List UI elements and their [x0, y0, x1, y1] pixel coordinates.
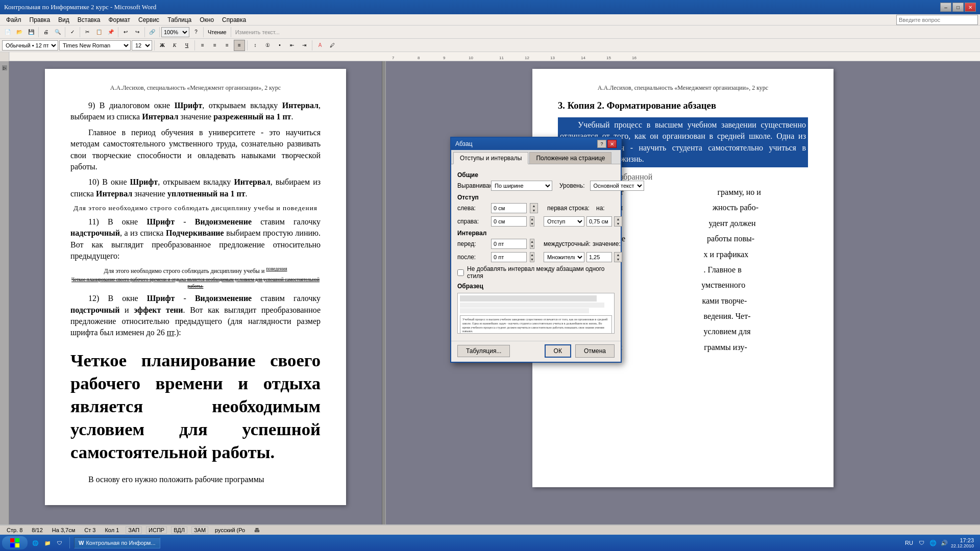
menu-window[interactable]: Окно — [195, 15, 218, 24]
open-button[interactable]: 📂 — [14, 27, 25, 38]
font-size-select[interactable]: 12 — [132, 40, 152, 51]
pane-splitter[interactable] — [382, 61, 386, 524]
spinner-down-sp[interactable]: ▼ — [615, 257, 622, 262]
font-select[interactable]: Times New Roman — [59, 40, 131, 51]
status-vdl: ВДЛ — [171, 527, 187, 534]
align-center-button[interactable]: ≡ — [209, 40, 220, 51]
dialog-tab-indent[interactable]: Отступы и интервалы — [453, 152, 528, 164]
indent-inc-button[interactable]: ⇥ — [299, 40, 310, 51]
indent-right-input[interactable] — [491, 216, 527, 227]
spacing-select[interactable]: Множитель Одинарный Полуторный Двойной — [544, 252, 584, 262]
title-text: Контрольная по Информатике 2 курс - Micr… — [4, 3, 156, 11]
svg-text:9: 9 — [443, 56, 446, 60]
zoom-help-button[interactable]: ? — [190, 27, 202, 38]
spinner-up-after[interactable]: ▲ — [530, 253, 534, 257]
folder-quick-launch[interactable]: 📁 — [42, 537, 53, 548]
start-button[interactable] — [2, 536, 28, 549]
first-line-spinner[interactable]: ▲ ▼ — [614, 216, 622, 227]
indent-dec-button[interactable]: ⇤ — [286, 40, 298, 51]
dialog-tab-position[interactable]: Положение на странице — [529, 152, 611, 164]
dialog-help-button[interactable]: ? — [597, 140, 606, 148]
ok-button[interactable]: ОК — [545, 344, 571, 358]
underline-button[interactable]: Ч — [181, 40, 192, 51]
toolbar-separator-8 — [231, 27, 231, 37]
paste-button[interactable]: 📌 — [105, 27, 116, 38]
change-text-button[interactable]: Изменить текст... — [233, 27, 282, 38]
minimize-button[interactable]: – — [940, 3, 951, 12]
save-button[interactable]: 💾 — [26, 27, 37, 38]
hyperlink-button[interactable]: 🔗 — [146, 27, 158, 38]
print-preview-button[interactable]: 🔍 — [52, 27, 63, 38]
print-button[interactable]: 🖨 — [40, 27, 52, 38]
spellcheck-button[interactable]: ✓ — [67, 27, 78, 38]
after-input[interactable] — [491, 252, 527, 262]
spinner-up-right[interactable]: ▲ — [530, 217, 534, 221]
first-line-select[interactable]: Отступ Выступ (нет) — [544, 216, 584, 227]
before-input[interactable] — [491, 239, 527, 249]
copy-button[interactable]: 📋 — [93, 27, 105, 38]
before-spinner[interactable]: ▲ ▼ — [530, 239, 534, 249]
undo-button[interactable]: ↩ — [120, 27, 131, 38]
ie-quick-launch[interactable]: 🌐 — [30, 537, 41, 548]
numbering-button[interactable]: ① — [262, 40, 273, 51]
word-taskbar-button[interactable]: W Контрольная по Информ... — [74, 537, 160, 548]
align-right-button[interactable]: ≡ — [222, 40, 233, 51]
redo-button[interactable]: ↪ — [132, 27, 143, 38]
alignment-select[interactable]: По ширине По левому краю По правому краю… — [491, 181, 552, 191]
spinner-down-after[interactable]: ▼ — [530, 257, 534, 262]
spinner-up-sp[interactable]: ▲ — [615, 253, 622, 257]
indent-right-spinner[interactable]: ▲ ▼ — [530, 216, 534, 227]
align-left-button[interactable]: ≡ — [197, 40, 208, 51]
italic-button[interactable]: К — [169, 40, 180, 51]
after-spinner[interactable]: ▲ ▼ — [530, 252, 534, 262]
cancel-button[interactable]: Отмена — [575, 344, 615, 358]
zoom-select[interactable]: 100% — [161, 27, 189, 37]
ruler-corner — [0, 52, 9, 61]
abzac-dialog[interactable]: Абзац ? ✕ Отступы и интервалы Положение … — [450, 137, 622, 363]
close-button[interactable]: ✕ — [965, 3, 976, 12]
spinner-down-before[interactable]: ▼ — [530, 244, 534, 248]
first-line-value-input[interactable] — [586, 216, 612, 227]
maximize-button[interactable]: □ — [952, 3, 964, 12]
align-justify-button[interactable]: ≡ — [234, 40, 245, 51]
style-select[interactable]: Обычный • 12 пт, — [2, 40, 58, 51]
dialog-close-button[interactable]: ✕ — [607, 140, 617, 148]
line-spacing-button[interactable]: ↕ — [250, 40, 261, 51]
para-italic: Для этого необходимо строго соблюдать ди… — [70, 204, 321, 213]
menu-help[interactable]: Справка — [218, 15, 250, 24]
cut-button[interactable]: ✂ — [82, 27, 93, 38]
spinner-up[interactable]: ▲ — [530, 204, 537, 208]
color-button[interactable]: A — [314, 40, 326, 51]
svg-text:13: 13 — [550, 56, 555, 60]
spinner-up-fl[interactable]: ▲ — [615, 217, 622, 221]
spacing-spinner[interactable]: ▲ ▼ — [614, 252, 622, 262]
right-page-title: 3. Копия 2. Форматирование абзацев — [558, 100, 808, 111]
left-page-header: А.А.Лесихов, специальность «Менеджмент о… — [70, 84, 321, 92]
menu-table[interactable]: Таблица — [163, 15, 195, 24]
menu-service[interactable]: Сервис — [134, 15, 163, 24]
read-button[interactable]: Чтение — [205, 27, 229, 38]
taskbar: 🌐 📁 🛡 W Контрольная по Информ... RU 🛡 🌐 … — [0, 535, 980, 551]
bullets-button[interactable]: • — [274, 40, 285, 51]
bold-button[interactable]: Ж — [157, 40, 168, 51]
menu-view[interactable]: Вид — [54, 15, 74, 24]
highlight-button[interactable]: 🖊 — [327, 40, 338, 51]
spinner-down[interactable]: ▼ — [530, 208, 537, 213]
indent-left-spinner[interactable]: ▲ ▼ — [530, 203, 538, 213]
status-of-pages: 8/12 — [29, 527, 45, 534]
spinner-down-fl[interactable]: ▼ — [615, 221, 622, 226]
spinner-down-right[interactable]: ▼ — [530, 221, 534, 226]
spacing-value-input[interactable] — [586, 252, 612, 262]
tabulation-button[interactable]: Табуляция... — [457, 345, 510, 357]
menu-format[interactable]: Формат — [104, 15, 134, 24]
av-quick-launch[interactable]: 🛡 — [54, 537, 65, 548]
menu-insert[interactable]: Вставка — [74, 15, 105, 24]
menu-edit[interactable]: Правка — [26, 15, 55, 24]
new-button[interactable]: 📄 — [2, 27, 13, 38]
level-select[interactable]: Основной текст — [590, 181, 644, 191]
indent-left-input[interactable] — [491, 203, 527, 213]
help-search-input[interactable] — [896, 15, 978, 25]
no-interval-checkbox[interactable] — [457, 269, 464, 276]
menu-file[interactable]: Файл — [2, 15, 26, 24]
spinner-up-before[interactable]: ▲ — [530, 239, 534, 244]
